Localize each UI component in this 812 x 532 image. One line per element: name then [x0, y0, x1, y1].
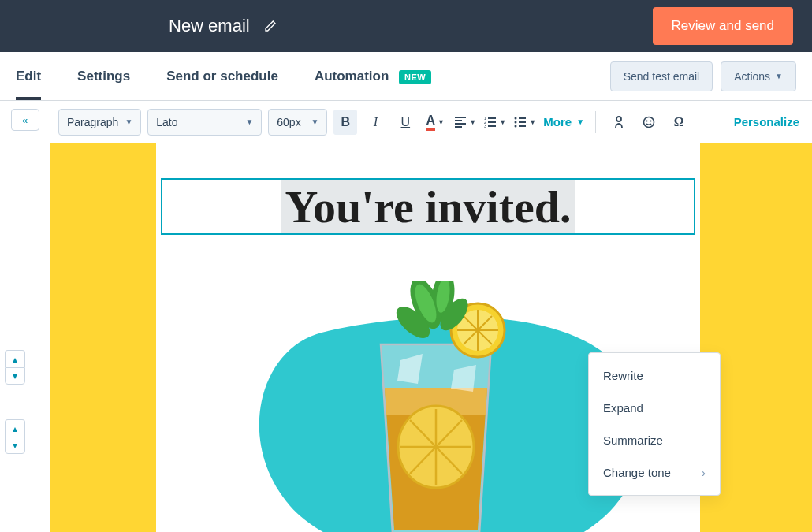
tab-settings[interactable]: Settings [77, 53, 130, 100]
svg-point-3 [515, 117, 517, 119]
svg-point-5 [515, 125, 517, 127]
new-badge: NEW [399, 70, 431, 84]
svg-point-8 [646, 120, 648, 121]
menu-label: Rewrite [603, 369, 643, 382]
headline-text-block[interactable]: You're invited. [161, 178, 695, 235]
edit-title-icon[interactable] [264, 20, 277, 32]
move-up-button[interactable]: ▴ [5, 419, 25, 437]
headline-text[interactable]: You're invited. [281, 180, 574, 233]
paragraph-label: Paragraph [67, 116, 118, 128]
menu-item-rewrite[interactable]: Rewrite [589, 359, 720, 392]
size-label: 60px [277, 116, 300, 128]
chevron-double-left-icon: « [22, 114, 28, 126]
bullet-list-button[interactable]: ▼ [513, 110, 537, 135]
align-button[interactable]: ▼ [453, 110, 477, 135]
chevron-down-icon: ▼ [311, 117, 318, 126]
menu-label: Change tone [603, 466, 671, 479]
chevron-down-icon: ▼ [469, 118, 476, 126]
menu-item-change-tone[interactable]: Change tone › [589, 456, 720, 489]
svg-point-4 [515, 121, 517, 123]
menu-label: Expand [603, 401, 643, 415]
tab-edit[interactable]: Edit [16, 53, 41, 100]
review-and-send-button[interactable]: Review and send [653, 7, 793, 45]
chevron-down-icon: ▼ [438, 118, 445, 126]
actions-dropdown[interactable]: Actions ▼ [721, 61, 796, 91]
actions-label: Actions [734, 70, 770, 83]
app-header: New email Review and send [0, 0, 812, 52]
ai-context-menu: Rewrite Expand Summarize Change tone › [588, 352, 721, 496]
font-size-dropdown[interactable]: 60px ▼ [268, 109, 327, 136]
menu-item-summarize[interactable]: Summarize [589, 424, 720, 456]
move-down-button[interactable]: ▾ [5, 367, 25, 385]
numbered-list-button[interactable]: 123 ▼ [483, 110, 507, 135]
chevron-down-icon: ▼ [245, 117, 253, 126]
chevron-down-icon: ▼ [499, 118, 506, 126]
personalize-button[interactable]: Personalize [734, 115, 799, 128]
tab-bar: Edit Settings Send or schedule Automatio… [0, 52, 812, 101]
toolbar-divider [702, 111, 702, 133]
chevron-down-icon: ▼ [125, 117, 132, 126]
font-label: Lato [156, 116, 177, 128]
tab-automation[interactable]: Automation NEW [315, 53, 431, 100]
italic-button[interactable]: I [363, 110, 387, 135]
workspace: « ▴ ▾ ▴ ▾ Paragraph ▼ Lato ▼ 60px ▼ B [0, 101, 812, 532]
lemonade-image [361, 281, 511, 532]
underline-button[interactable]: U [393, 110, 417, 135]
special-char-button[interactable]: Ω [667, 110, 691, 135]
svg-point-7 [644, 117, 654, 127]
collapse-sidebar-button[interactable]: « [11, 109, 39, 131]
emoji-button[interactable] [637, 110, 661, 135]
font-family-dropdown[interactable]: Lato ▼ [147, 109, 262, 136]
text-color-button[interactable]: A ▼ [423, 110, 447, 135]
move-down-button[interactable]: ▾ [5, 437, 25, 454]
chevron-down-icon: ▼ [775, 72, 783, 80]
chevron-right-icon: › [702, 466, 706, 479]
svg-text:3: 3 [484, 124, 486, 128]
svg-point-6 [616, 117, 621, 121]
chevron-down-icon: ▼ [576, 117, 584, 126]
svg-point-9 [650, 120, 652, 121]
menu-item-expand[interactable]: Expand [589, 392, 720, 424]
chevron-down-icon: ▼ [529, 118, 536, 126]
paragraph-style-dropdown[interactable]: Paragraph ▼ [58, 109, 141, 136]
tab-automation-label: Automation [315, 69, 389, 84]
move-up-button[interactable]: ▴ [5, 350, 25, 367]
menu-label: Summarize [603, 433, 663, 447]
email-title: New email [169, 16, 250, 36]
bold-button[interactable]: B [333, 110, 357, 135]
reorder-control-2: ▴ ▾ [5, 419, 25, 454]
left-sidebar: « ▴ ▾ ▴ ▾ [0, 101, 50, 532]
send-test-email-button[interactable]: Send test email [610, 61, 713, 91]
more-dropdown[interactable]: More ▼ [543, 115, 584, 128]
insert-token-button[interactable] [607, 110, 631, 135]
reorder-control-1: ▴ ▾ [5, 350, 25, 385]
more-label: More [543, 115, 572, 128]
format-toolbar: Paragraph ▼ Lato ▼ 60px ▼ B I U A ▼ ▼ [50, 101, 812, 143]
tab-send-or-schedule[interactable]: Send or schedule [166, 53, 278, 100]
toolbar-divider [595, 111, 596, 133]
